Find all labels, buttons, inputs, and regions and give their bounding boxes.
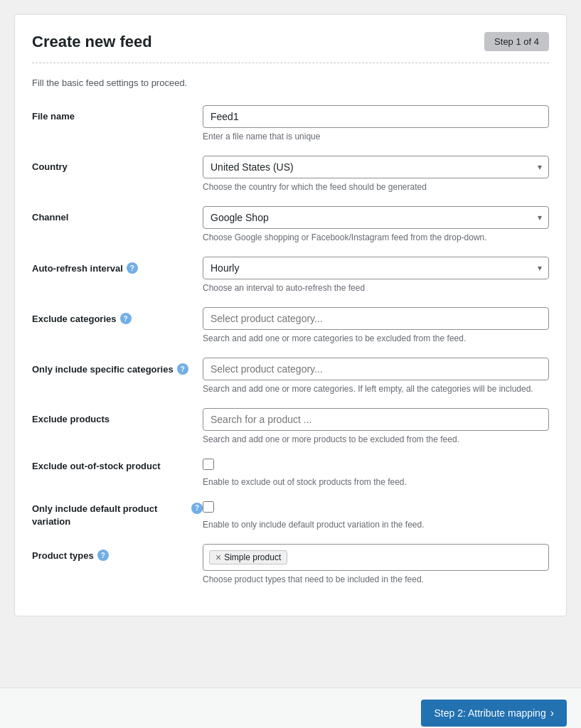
- include-default-variation-label: Only include default product variation ?: [32, 501, 203, 528]
- footer-bar: Step 2: Attribute mapping ›: [0, 687, 581, 728]
- include-categories-row: Only include specific categories ? Searc…: [32, 358, 549, 394]
- product-types-field: × Simple product Choose product types th…: [203, 544, 549, 584]
- form-card: Create new feed Step 1 of 4 Fill the bas…: [14, 14, 567, 616]
- country-select[interactable]: United States (US) United Kingdom (UK) C…: [203, 156, 549, 178]
- product-types-label: Product types ?: [32, 544, 203, 561]
- channel-select[interactable]: Google Shop Facebook / Instagram: [203, 206, 549, 229]
- auto-refresh-label: Auto-refresh interval ?: [32, 257, 203, 274]
- country-select-wrapper: United States (US) United Kingdom (UK) C…: [203, 156, 549, 178]
- exclude-categories-field: Search and add one or more categories to…: [203, 307, 549, 343]
- exclude-products-hint: Search and add one or more products to b…: [203, 434, 549, 444]
- file-name-hint: Enter a file name that is unique: [203, 132, 549, 141]
- country-hint: Choose the country for which the feed sh…: [203, 182, 549, 192]
- include-default-variation-hint: Enable to only include default product v…: [203, 520, 549, 530]
- include-default-variation-checkbox[interactable]: [203, 501, 214, 513]
- exclude-categories-row: Exclude categories ? Search and add one …: [32, 307, 549, 343]
- next-step-button[interactable]: Step 2: Attribute mapping ›: [421, 700, 567, 727]
- file-name-field: Enter a file name that is unique: [203, 105, 549, 141]
- product-type-tag-simple: × Simple product: [209, 550, 287, 564]
- step-badge: Step 1 of 4: [484, 32, 549, 51]
- header-divider: [32, 63, 549, 63]
- country-label: Country: [32, 156, 203, 172]
- channel-label: Channel: [32, 206, 203, 223]
- exclude-out-of-stock-label: Exclude out-of-stock product: [32, 459, 203, 473]
- main-content: Create new feed Step 1 of 4 Fill the bas…: [0, 0, 581, 687]
- product-type-tag-simple-remove-icon[interactable]: ×: [215, 552, 221, 562]
- form-subtitle: Fill the basic feed settings to proceed.: [32, 77, 549, 88]
- channel-field: Google Shop Facebook / Instagram ▾ Choos…: [203, 206, 549, 242]
- product-types-row: Product types ? × Simple product Choose …: [32, 544, 549, 584]
- product-types-box[interactable]: × Simple product: [203, 544, 549, 571]
- exclude-out-of-stock-field: Enable to exclude out of stock products …: [203, 459, 549, 487]
- auto-refresh-select[interactable]: Hourly Daily Weekly: [203, 257, 549, 279]
- exclude-categories-label: Exclude categories ?: [32, 307, 203, 324]
- auto-refresh-row: Auto-refresh interval ? Hourly Daily Wee…: [32, 257, 549, 293]
- exclude-out-of-stock-row: Exclude out-of-stock product Enable to e…: [32, 459, 549, 487]
- auto-refresh-field: Hourly Daily Weekly ▾ Choose an interval…: [203, 257, 549, 293]
- country-field: United States (US) United Kingdom (UK) C…: [203, 156, 549, 192]
- file-name-input[interactable]: [203, 105, 549, 128]
- include-default-variation-help-icon[interactable]: ?: [191, 503, 203, 514]
- include-categories-field: Search and add one or more categories. I…: [203, 358, 549, 394]
- include-categories-help-icon[interactable]: ?: [177, 363, 188, 375]
- channel-hint: Choose Google shopping or Facebook/Insta…: [203, 232, 549, 242]
- next-step-label: Step 2: Attribute mapping: [434, 707, 545, 719]
- exclude-out-of-stock-hint: Enable to exclude out of stock products …: [203, 477, 549, 487]
- page-title: Create new feed: [32, 33, 152, 51]
- page-wrapper: Create new feed Step 1 of 4 Fill the bas…: [0, 0, 581, 728]
- exclude-categories-input[interactable]: [203, 307, 549, 330]
- exclude-categories-hint: Search and add one or more categories to…: [203, 333, 549, 343]
- file-name-row: File name Enter a file name that is uniq…: [32, 105, 549, 141]
- exclude-products-label: Exclude products: [32, 408, 203, 424]
- product-types-hint: Choose product types that need to be inc…: [203, 574, 549, 584]
- include-default-variation-field: Enable to only include default product v…: [203, 501, 549, 530]
- auto-refresh-help-icon[interactable]: ?: [127, 262, 138, 274]
- include-default-variation-row: Only include default product variation ?…: [32, 501, 549, 530]
- exclude-products-field: Search and add one or more products to b…: [203, 408, 549, 444]
- include-categories-input[interactable]: [203, 358, 549, 380]
- country-row: Country United States (US) United Kingdo…: [32, 156, 549, 192]
- file-name-label: File name: [32, 105, 203, 122]
- include-categories-label: Only include specific categories ?: [32, 358, 203, 375]
- product-types-help-icon[interactable]: ?: [97, 550, 109, 561]
- exclude-products-input[interactable]: [203, 408, 549, 431]
- product-type-tag-simple-label: Simple product: [224, 552, 281, 562]
- auto-refresh-select-wrapper: Hourly Daily Weekly ▾: [203, 257, 549, 279]
- exclude-out-of-stock-checkbox[interactable]: [203, 459, 214, 470]
- next-step-arrow-icon: ›: [550, 707, 554, 719]
- exclude-categories-help-icon[interactable]: ?: [120, 313, 132, 324]
- page-header: Create new feed Step 1 of 4: [32, 32, 549, 51]
- exclude-products-row: Exclude products Search and add one or m…: [32, 408, 549, 444]
- channel-select-wrapper: Google Shop Facebook / Instagram ▾: [203, 206, 549, 229]
- include-categories-hint: Search and add one or more categories. I…: [203, 384, 549, 394]
- channel-row: Channel Google Shop Facebook / Instagram…: [32, 206, 549, 242]
- auto-refresh-hint: Choose an interval to auto-refresh the f…: [203, 283, 549, 293]
